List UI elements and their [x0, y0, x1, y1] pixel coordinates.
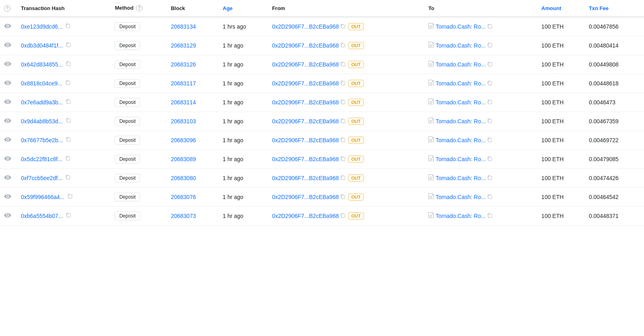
method-button-5[interactable]: Deposit — [115, 117, 140, 126]
method-button-1[interactable]: Deposit — [115, 41, 140, 50]
from-copy-icon-4[interactable] — [341, 100, 346, 105]
tx-hash-copy-icon-4[interactable] — [66, 99, 71, 104]
from-address-link-4[interactable]: 0x2D2906F7...B2cEBa968 — [272, 99, 339, 106]
block-link-2[interactable]: 20683126 — [171, 61, 196, 68]
to-copy-icon-9[interactable] — [487, 194, 493, 199]
block-link-8[interactable]: 20683080 — [171, 175, 196, 181]
from-copy-icon-2[interactable] — [341, 62, 346, 67]
tx-hash-link-7[interactable]: 0x5dc22f81c8f... — [21, 156, 62, 162]
from-copy-icon-3[interactable] — [341, 81, 346, 86]
block-link-1[interactable]: 20683129 — [171, 42, 196, 49]
to-address-link-4[interactable]: Tornado.Cash: Ro... — [436, 99, 486, 106]
to-address-link-7[interactable]: Tornado.Cash: Ro... — [436, 156, 486, 162]
to-address-link-3[interactable]: Tornado.Cash: Ro... — [436, 80, 486, 87]
method-button-9[interactable]: Deposit — [115, 193, 140, 201]
tx-hash-link-5[interactable]: 0x9d4ab8b53d... — [21, 118, 63, 124]
from-copy-icon-6[interactable] — [341, 137, 346, 143]
tx-hash-link-3[interactable]: 0x8818c04ce9... — [21, 80, 62, 87]
from-copy-icon-7[interactable] — [341, 156, 346, 162]
method-button-10[interactable]: Deposit — [115, 212, 140, 220]
tx-hash-link-10[interactable]: 0xb6a5554b07... — [21, 213, 63, 219]
from-address-link-6[interactable]: 0x2D2906F7...B2cEBa968 — [272, 137, 339, 143]
to-copy-icon-6[interactable] — [487, 137, 493, 143]
tx-hash-copy-icon-1[interactable] — [66, 42, 71, 48]
to-copy-icon-4[interactable] — [487, 100, 493, 105]
eye-icon-8[interactable] — [4, 175, 11, 180]
tx-hash-copy-icon-0[interactable] — [66, 23, 71, 29]
method-help-icon[interactable]: ? — [136, 5, 142, 11]
tx-hash-link-4[interactable]: 0x7e6add9a3b... — [21, 99, 63, 106]
eye-icon-7[interactable] — [4, 156, 11, 161]
to-copy-icon-10[interactable] — [487, 213, 493, 218]
tx-hash-copy-icon-10[interactable] — [66, 213, 71, 218]
tx-hash-link-8[interactable]: 0xf7ccb5ee2df... — [21, 175, 62, 181]
method-button-0[interactable]: Deposit — [115, 22, 140, 31]
tx-hash-copy-icon-2[interactable] — [66, 61, 71, 66]
from-copy-icon-9[interactable] — [341, 194, 346, 199]
to-address-link-2[interactable]: Tornado.Cash: Ro... — [436, 61, 486, 68]
method-button-3[interactable]: Deposit — [115, 79, 140, 88]
method-button-7[interactable]: Deposit — [115, 155, 140, 164]
info-circle-icon[interactable]: ? — [4, 5, 10, 12]
to-address-link-10[interactable]: Tornado.Cash: Ro... — [436, 213, 486, 219]
from-address-link-10[interactable]: 0x2D2906F7...B2cEBa968 — [272, 213, 339, 219]
to-copy-icon-0[interactable] — [487, 24, 493, 29]
block-link-0[interactable]: 20683134 — [171, 23, 196, 30]
block-link-6[interactable]: 20683096 — [171, 137, 196, 143]
tx-hash-copy-icon-9[interactable] — [68, 194, 73, 199]
from-copy-icon-10[interactable] — [341, 213, 346, 218]
from-address-link-9[interactable]: 0x2D2906F7...B2cEBa968 — [272, 194, 339, 200]
from-address-link-8[interactable]: 0x2D2906F7...B2cEBa968 — [272, 175, 339, 181]
to-copy-icon-7[interactable] — [487, 156, 493, 162]
to-address-link-8[interactable]: Tornado.Cash: Ro... — [436, 175, 486, 181]
tx-hash-copy-icon-7[interactable] — [66, 156, 71, 161]
method-button-8[interactable]: Deposit — [115, 174, 140, 183]
to-copy-icon-1[interactable] — [487, 43, 493, 48]
tx-hash-link-6[interactable]: 0x76677b5e2b... — [21, 137, 63, 143]
from-address-link-7[interactable]: 0x2D2906F7...B2cEBa968 — [272, 156, 339, 162]
block-link-10[interactable]: 20683073 — [171, 213, 196, 219]
to-address-link-1[interactable]: Tornado.Cash: Ro... — [436, 42, 486, 49]
tx-hash-link-0[interactable]: 0xe123d9dcd6... — [21, 23, 63, 30]
to-copy-icon-8[interactable] — [487, 175, 493, 180]
from-address-link-5[interactable]: 0x2D2906F7...B2cEBa968 — [272, 118, 339, 124]
from-copy-icon-1[interactable] — [341, 43, 346, 48]
to-address-link-5[interactable]: Tornado.Cash: Ro... — [436, 118, 486, 124]
tx-hash-copy-icon-6[interactable] — [66, 137, 71, 142]
eye-icon-2[interactable] — [4, 62, 11, 66]
to-address-link-6[interactable]: Tornado.Cash: Ro... — [436, 137, 486, 143]
to-copy-icon-5[interactable] — [487, 118, 493, 124]
tx-hash-link-1[interactable]: 0xdb3d0484f1f... — [21, 42, 63, 49]
tx-hash-link-2[interactable]: 0x642d834855... — [21, 61, 63, 68]
from-copy-icon-8[interactable] — [341, 175, 346, 180]
eye-icon-10[interactable] — [4, 213, 11, 218]
block-link-7[interactable]: 20683089 — [171, 156, 196, 162]
to-address-link-9[interactable]: Tornado.Cash: Ro... — [436, 194, 486, 200]
method-button-4[interactable]: Deposit — [115, 98, 140, 107]
to-address-link-0[interactable]: Tornado.Cash: Ro... — [436, 23, 486, 30]
eye-icon-6[interactable] — [4, 137, 11, 142]
from-address-link-2[interactable]: 0x2D2906F7...B2cEBa968 — [272, 61, 339, 68]
eye-icon-4[interactable] — [4, 100, 11, 104]
eye-icon-9[interactable] — [4, 194, 11, 199]
from-copy-icon-5[interactable] — [341, 118, 346, 124]
block-link-9[interactable]: 20683076 — [171, 194, 196, 200]
method-button-6[interactable]: Deposit — [115, 136, 140, 145]
block-link-4[interactable]: 20683114 — [171, 99, 196, 106]
from-address-link-0[interactable]: 0x2D2906F7...B2cEBa968 — [272, 23, 339, 30]
block-link-5[interactable]: 20683103 — [171, 118, 196, 124]
from-copy-icon-0[interactable] — [341, 24, 346, 29]
tx-hash-copy-icon-3[interactable] — [66, 80, 71, 85]
tx-hash-copy-icon-8[interactable] — [66, 175, 71, 180]
eye-icon-0[interactable] — [4, 24, 11, 29]
tx-hash-link-9[interactable]: 0x59f996466a4... — [21, 194, 64, 200]
from-address-link-1[interactable]: 0x2D2906F7...B2cEBa968 — [272, 42, 339, 49]
eye-icon-1[interactable] — [4, 43, 11, 48]
block-link-3[interactable]: 20683117 — [171, 80, 196, 87]
eye-icon-3[interactable] — [4, 81, 11, 85]
eye-icon-5[interactable] — [4, 118, 11, 123]
tx-hash-copy-icon-5[interactable] — [66, 118, 71, 123]
to-copy-icon-3[interactable] — [487, 81, 493, 86]
method-button-2[interactable]: Deposit — [115, 60, 140, 69]
from-address-link-3[interactable]: 0x2D2906F7...B2cEBa968 — [272, 80, 339, 87]
